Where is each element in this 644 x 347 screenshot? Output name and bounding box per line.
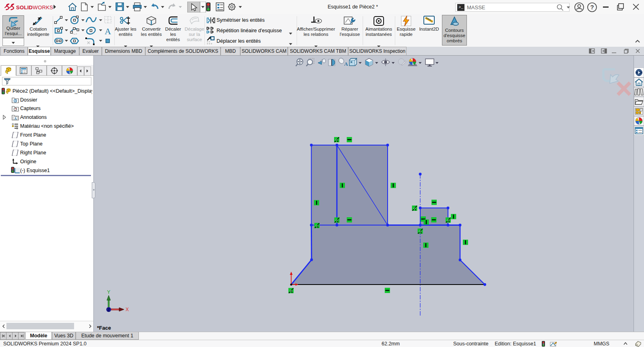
svg-text:X: X: [126, 307, 129, 312]
svg-text:Y: Y: [107, 289, 110, 295]
svg-text:A: A: [14, 116, 17, 121]
svg-text:A: A: [105, 26, 111, 36]
svg-text:?: ?: [590, 4, 594, 10]
svg-text:Z: Z: [107, 308, 110, 312]
svg-text:SOLIDWORKS: SOLIDWORKS: [16, 4, 53, 10]
svg-text:A: A: [344, 61, 348, 67]
